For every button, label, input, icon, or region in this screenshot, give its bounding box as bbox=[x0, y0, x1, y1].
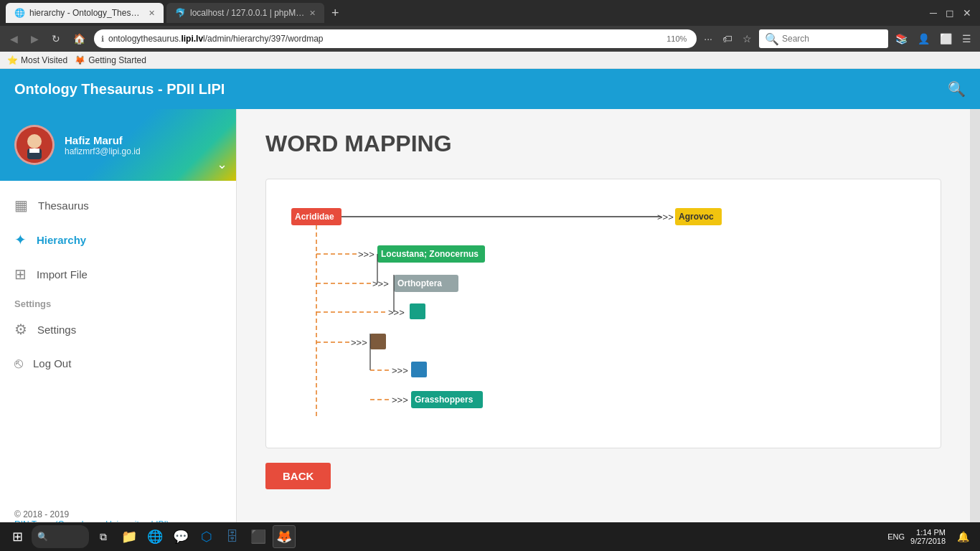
sidebar-label-thesaurus: Thesaurus bbox=[38, 199, 89, 212]
tab-active[interactable]: 🌐 hierarchy - Ontology_Thesaurus ✕ bbox=[6, 3, 164, 23]
zoom-badge[interactable]: 110% bbox=[664, 33, 689, 44]
scrollbar[interactable] bbox=[970, 109, 980, 551]
tab-inactive[interactable]: 🐬 localhost / 127.0.0.1 | phpMyA... ✕ bbox=[166, 3, 324, 23]
taskbar-left: ⊞ 🔍 ⧉ 📁 🌐 💬 ⬡ 🗄 ⬛ 🦊 bbox=[6, 525, 296, 548]
grasshoppers-label: Grasshoppers bbox=[415, 395, 473, 405]
address-suffix: l/admin/hierarchy/397/wordmap bbox=[203, 34, 323, 44]
tab-close-inactive[interactable]: ✕ bbox=[309, 9, 316, 18]
locustana-label: Locustana; Zonocernus bbox=[381, 249, 479, 259]
search-taskbar-button[interactable]: 🔍 bbox=[32, 525, 89, 548]
settings-section-label: Settings bbox=[0, 291, 236, 312]
new-tab-button[interactable]: + bbox=[327, 6, 344, 21]
sidebar-item-settings[interactable]: ⚙ Settings bbox=[0, 312, 236, 347]
page-title: WORD MAPPING bbox=[265, 131, 941, 157]
wordmap-svg: >>> Acrididae Agrovoc >>> Locustana; Zon… bbox=[288, 201, 905, 423]
tab-favicon-2: 🐬 bbox=[175, 8, 186, 18]
pocket-button[interactable]: 🏷 bbox=[720, 30, 735, 47]
edge-icon[interactable]: 🌐 bbox=[143, 525, 166, 548]
close-button[interactable]: ✕ bbox=[960, 4, 974, 22]
svg-point-1 bbox=[27, 134, 42, 149]
app-body: Hafiz Maruf hafizmrf3@lipi.go.id ⌄ ▦ The… bbox=[0, 109, 980, 551]
bookmark-button[interactable]: ☆ bbox=[740, 30, 755, 47]
arrow-small-teal: >>> bbox=[388, 307, 405, 318]
arrow-agrovoc: >>> bbox=[657, 212, 674, 222]
nav-bar: ◀ ▶ ↻ 🏠 ℹ ontologythesaurus.lipi.lvl/adm… bbox=[0, 26, 980, 52]
svg-rect-3 bbox=[29, 149, 39, 153]
taskbar-right: ENG 1:14 PM 9/27/2018 🔔 bbox=[887, 525, 974, 548]
library-button[interactable]: 📚 bbox=[892, 30, 910, 47]
forward-nav-button[interactable]: ▶ bbox=[27, 30, 43, 47]
sidebar-label-import: Import File bbox=[37, 268, 88, 281]
bookmark-most-visited[interactable]: ⭐ Most Visited bbox=[7, 55, 67, 65]
container-button[interactable]: ⬜ bbox=[937, 30, 955, 47]
bookmarks-bar: ⭐ Most Visited 🦊 Getting Started bbox=[0, 52, 980, 69]
bookmark-getting-started[interactable]: 🦊 Getting Started bbox=[75, 55, 146, 65]
sidebar-item-hierarchy[interactable]: ✦ Hierarchy bbox=[0, 222, 236, 257]
app-search-icon[interactable]: 🔍 bbox=[948, 80, 966, 98]
address-prefix: ontologythesaurus. bbox=[108, 34, 181, 44]
sidebar-profile: Hafiz Maruf hafizmrf3@lipi.go.id ⌄ bbox=[0, 109, 236, 181]
address-text: ontologythesaurus.lipi.lvl/admin/hierarc… bbox=[108, 34, 659, 44]
reload-button[interactable]: ↻ bbox=[47, 30, 65, 47]
address-bar[interactable]: ℹ ontologythesaurus.lipi.lvl/admin/hiera… bbox=[94, 29, 697, 48]
arrow-blue: >>> bbox=[392, 365, 408, 376]
sidebar-nav: ▦ Thesaurus ✦ Hierarchy ⊞ Import File Se… bbox=[0, 181, 236, 387]
terminal-icon[interactable]: ⬛ bbox=[247, 525, 270, 548]
profile-email: hafizmrf3@lipi.go.id bbox=[65, 146, 141, 156]
sidebar-item-thesaurus[interactable]: ▦ Thesaurus bbox=[0, 188, 236, 222]
start-button[interactable]: ⊞ bbox=[6, 525, 29, 548]
profile-info: Hafiz Maruf hafizmrf3@lipi.go.id bbox=[65, 134, 141, 156]
address-lock-icon: ℹ bbox=[101, 34, 104, 44]
browser-chrome: 🌐 hierarchy - Ontology_Thesaurus ✕ 🐬 loc… bbox=[0, 0, 980, 69]
synced-button[interactable]: 👤 bbox=[915, 30, 933, 47]
taskbar-date: 9/27/2018 bbox=[910, 537, 946, 545]
import-icon: ⊞ bbox=[14, 265, 27, 283]
sidebar-item-import[interactable]: ⊞ Import File bbox=[0, 257, 236, 291]
acrididae-label: Acrididae bbox=[295, 212, 334, 222]
minimize-button[interactable]: ─ bbox=[927, 4, 940, 22]
app-header: Ontology Thesaurus - PDII LIPI 🔍 bbox=[0, 69, 980, 109]
file-explorer-icon[interactable]: 📁 bbox=[118, 525, 141, 548]
tab-favicon: 🌐 bbox=[14, 8, 25, 18]
tab-close-active[interactable]: ✕ bbox=[149, 9, 155, 18]
whatsapp-icon[interactable]: 💬 bbox=[169, 525, 192, 548]
thesaurus-icon: ▦ bbox=[14, 197, 28, 214]
tab-bar: 🌐 hierarchy - Ontology_Thesaurus ✕ 🐬 loc… bbox=[0, 0, 980, 26]
firefox-icon: 🦊 bbox=[75, 55, 85, 65]
tab-title-active: hierarchy - Ontology_Thesaurus bbox=[29, 8, 144, 18]
svg-rect-15 bbox=[410, 303, 425, 319]
restore-button[interactable]: ◻ bbox=[943, 4, 957, 22]
vs-icon[interactable]: ⬡ bbox=[195, 525, 218, 548]
notification-button[interactable]: 🔔 bbox=[951, 525, 974, 548]
app-title: Ontology Thesaurus - PDII LIPI bbox=[14, 81, 225, 98]
nav-extras: ··· 🏷 ☆ 🔍 📚 👤 ⬜ ☰ bbox=[701, 29, 974, 48]
sidebar-dropdown-icon[interactable]: ⌄ bbox=[217, 156, 227, 172]
browser-search-box[interactable]: 🔍 bbox=[759, 29, 888, 48]
home-button[interactable]: 🏠 bbox=[69, 30, 90, 47]
sidebar-item-logout[interactable]: ⎋ Log Out bbox=[0, 347, 236, 380]
star-icon: ⭐ bbox=[7, 55, 18, 65]
profile-name: Hafiz Maruf bbox=[65, 134, 141, 146]
sidebar: Hafiz Maruf hafizmrf3@lipi.go.id ⌄ ▦ The… bbox=[0, 109, 237, 551]
task-view-button[interactable]: ⧉ bbox=[92, 525, 115, 548]
clock: 1:14 PM bbox=[910, 528, 946, 537]
hierarchy-icon: ✦ bbox=[14, 231, 27, 248]
avatar bbox=[14, 125, 55, 165]
browser-taskbar-icon[interactable]: 🦊 bbox=[273, 525, 296, 548]
db-icon[interactable]: 🗄 bbox=[221, 525, 244, 548]
search-input[interactable] bbox=[782, 34, 882, 44]
arrow-locustana: >>> bbox=[358, 249, 374, 260]
word-map-container: >>> Acrididae Agrovoc >>> Locustana; Zon… bbox=[265, 179, 941, 448]
tab-title-inactive: localhost / 127.0.0.1 | phpMyA... bbox=[190, 8, 305, 18]
agrovoc-label: Agrovoc bbox=[679, 212, 714, 222]
back-button[interactable]: BACK bbox=[265, 463, 331, 489]
taskbar-time: 1:14 PM 9/27/2018 bbox=[910, 528, 946, 545]
arrow-orthoptera: >>> bbox=[372, 278, 389, 289]
more-button[interactable]: ··· bbox=[701, 30, 715, 47]
sidebar-label-hierarchy: Hierarchy bbox=[37, 234, 86, 246]
settings-icon: ⚙ bbox=[14, 321, 27, 338]
search-icon: 🔍 bbox=[765, 32, 779, 46]
address-domain: lipi.lv bbox=[181, 34, 203, 44]
sidebar-toggle-button[interactable]: ☰ bbox=[959, 30, 974, 47]
back-nav-button[interactable]: ◀ bbox=[6, 30, 22, 47]
